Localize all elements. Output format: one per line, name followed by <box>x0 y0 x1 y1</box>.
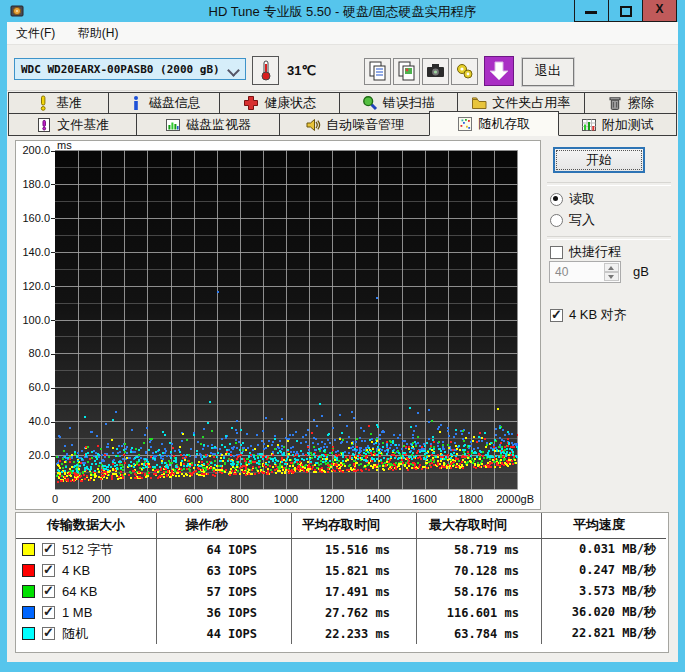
spin-up-button[interactable] <box>604 263 619 272</box>
separator <box>547 236 671 240</box>
read-radio[interactable]: 读取 <box>550 190 595 208</box>
settings-button[interactable] <box>451 58 478 85</box>
series-visible-checkbox[interactable] <box>42 543 55 556</box>
capacity-input[interactable]: 40 <box>549 261 621 283</box>
erase-icon <box>607 95 623 111</box>
tab-erase[interactable]: 擦除 <box>584 92 677 114</box>
max-cell: 58.176 ms <box>416 581 541 602</box>
max-cell: 70.128 ms <box>416 560 541 581</box>
align-4kb-checkbox[interactable]: 4 KB 对齐 <box>550 306 627 324</box>
short-stroke-label: 快捷行程 <box>569 243 621 261</box>
y-tick-label: 100.0 <box>16 314 50 326</box>
tab-filebench[interactable]: 文件基准 <box>8 113 137 136</box>
speed-cell: 36.020 MB/秒 <box>541 602 666 623</box>
copy-image-button[interactable] <box>393 58 420 85</box>
x-tick-label: 1600 <box>412 493 436 505</box>
table-body: 512 字节64 IOPS15.516 ms58.719 ms0.031 MB/… <box>16 539 668 644</box>
close-icon: X <box>643 2 676 16</box>
tab-label: 附加测试 <box>602 116 654 134</box>
x-tick-label: 1800 <box>459 493 483 505</box>
speed-cell: 3.573 MB/秒 <box>541 581 666 602</box>
column-header: 平均速度 <box>541 513 666 539</box>
save-results-button[interactable] <box>484 56 514 86</box>
write-radio[interactable]: 写入 <box>550 211 595 229</box>
y-tick-label: 140.0 <box>16 246 50 258</box>
series-cell: 4 KB <box>16 560 156 581</box>
drive-select[interactable]: WDC WD20EARX-00PASB0 (2000 gB) <box>14 58 246 80</box>
series-color-swatch <box>22 564 35 577</box>
write-label: 写入 <box>569 211 595 229</box>
camera-icon <box>423 59 448 84</box>
column-header: 操作/秒 <box>156 513 291 539</box>
short-stroke-checkbox[interactable]: 快捷行程 <box>550 243 621 261</box>
radio-selected-icon <box>550 193 563 206</box>
series-label: 512 字节 <box>62 541 113 559</box>
series-cell: 64 KB <box>16 581 156 602</box>
tab-health[interactable]: 健康状态 <box>219 92 340 114</box>
tab-label: 文件夹占用率 <box>492 94 570 112</box>
menu-file[interactable]: 文件(F) <box>7 22 64 42</box>
x-tick-label: 200 <box>92 493 110 505</box>
tab-randomaccess[interactable]: 随机存取 <box>429 111 558 136</box>
tab-label: 基准 <box>56 94 82 112</box>
tab-label: 擦除 <box>628 94 654 112</box>
tab-label: 错误扫描 <box>383 94 435 112</box>
series-label: 随机 <box>62 625 88 643</box>
tab-diskmon[interactable]: 磁盘监视器 <box>136 113 279 136</box>
copy-report-button[interactable] <box>364 58 391 85</box>
temperature-value: 31℃ <box>287 63 316 78</box>
x-tick-label: 1000 <box>274 493 298 505</box>
start-button[interactable]: 开始 <box>553 147 645 173</box>
temperature-button[interactable] <box>252 56 279 85</box>
series-visible-checkbox[interactable] <box>42 606 55 619</box>
iops-cell: 64 IOPS <box>156 539 291 560</box>
series-label: 64 KB <box>62 584 97 599</box>
series-cell: 512 字节 <box>16 539 156 560</box>
y-tick-label: 60.0 <box>16 381 50 393</box>
focus-ring <box>556 150 642 170</box>
tab-diskinfo[interactable]: 磁盘信息 <box>108 92 221 114</box>
avg-cell: 17.491 ms <box>291 581 416 602</box>
x-tick-label: 1200 <box>320 493 344 505</box>
minimize-button[interactable] <box>574 0 609 22</box>
tab-label: 磁盘监视器 <box>186 116 251 134</box>
tab-benchmark[interactable]: 基准 <box>8 92 109 114</box>
x-tick-label: 400 <box>138 493 156 505</box>
tab-label: 自动噪音管理 <box>326 116 404 134</box>
tab-label: 随机存取 <box>478 115 530 133</box>
table-row: 512 字节64 IOPS15.516 ms58.719 ms0.031 MB/… <box>16 539 668 560</box>
tab-label: 文件基准 <box>57 116 109 134</box>
diskinfo-icon <box>128 95 144 111</box>
radio-unselected-icon <box>550 214 563 227</box>
aam-icon <box>305 117 321 133</box>
tab-extratests[interactable]: 附加测试 <box>558 113 677 136</box>
spin-down-button[interactable] <box>604 272 619 281</box>
thermometer-icon <box>253 57 278 84</box>
x-tick-label: 2000gB <box>496 493 534 505</box>
max-cell: 116.601 ms <box>416 602 541 623</box>
screenshot-button[interactable] <box>422 58 449 85</box>
close-button[interactable]: X <box>642 0 677 22</box>
iops-cell: 44 IOPS <box>156 623 291 644</box>
download-arrow-icon <box>485 57 513 85</box>
extratests-icon <box>581 117 597 133</box>
maximize-button[interactable] <box>608 0 643 22</box>
separator <box>547 182 671 186</box>
series-visible-checkbox[interactable] <box>42 627 55 640</box>
series-visible-checkbox[interactable] <box>42 564 55 577</box>
series-color-swatch <box>22 585 35 598</box>
series-color-swatch <box>22 543 35 556</box>
results-table: 传输数据大小操作/秒平均存取时间最大存取时间平均速度 512 字节64 IOPS… <box>15 512 669 653</box>
table-row: 64 KB57 IOPS17.491 ms58.176 ms3.573 MB/秒 <box>16 581 668 602</box>
y-tick-label: 180.0 <box>16 178 50 190</box>
exit-button[interactable]: 退出 <box>522 58 574 86</box>
y-tick-label: 120.0 <box>16 280 50 292</box>
menu-help[interactable]: 帮助(H) <box>69 22 128 42</box>
minimize-icon <box>585 11 597 14</box>
series-visible-checkbox[interactable] <box>42 585 55 598</box>
chart-panel: ms 200.0180.0160.0140.0120.0100.080.060.… <box>15 140 541 510</box>
read-label: 读取 <box>569 190 595 208</box>
tab-aam[interactable]: 自动噪音管理 <box>279 113 430 136</box>
series-color-swatch <box>22 627 35 640</box>
drive-select-value: WDC WD20EARX-00PASB0 (2000 gB) <box>21 63 220 76</box>
